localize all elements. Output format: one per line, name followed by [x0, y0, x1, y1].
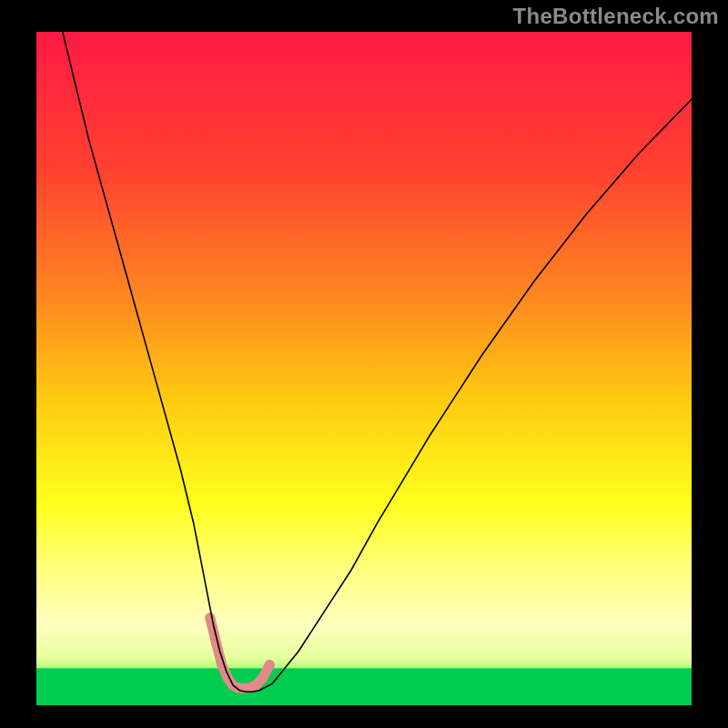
chart-frame: TheBottleneck.com	[0, 0, 728, 728]
watermark-text: TheBottleneck.com	[513, 4, 719, 29]
svg-point-1	[205, 612, 215, 622]
gradient-background	[36, 32, 692, 705]
green-baseline-band	[36, 668, 692, 705]
bottleneck-plot	[0, 0, 728, 728]
svg-point-2	[265, 660, 275, 670]
